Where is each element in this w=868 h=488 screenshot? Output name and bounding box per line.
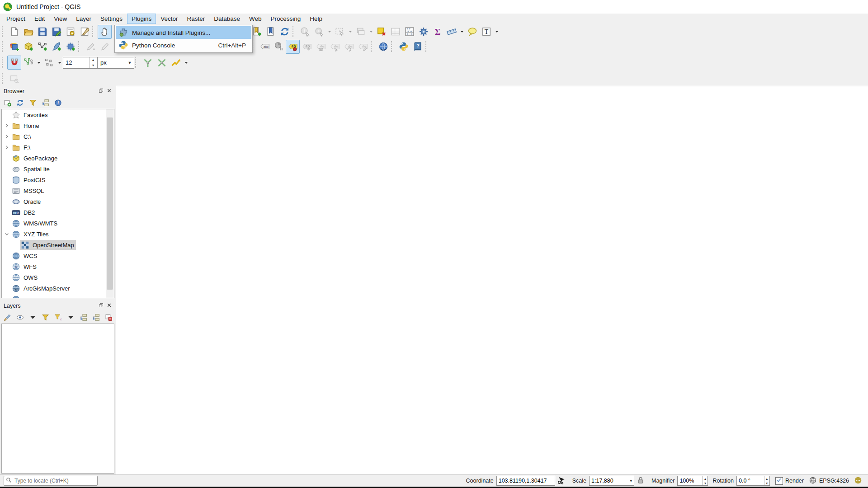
dropdown-arrow-button[interactable] [35, 56, 42, 70]
browser-item-xyz-tiles[interactable]: XYZ Tiles [2, 229, 106, 239]
rotate-label-button[interactable]: abc [342, 40, 356, 54]
map-tips-button[interactable] [465, 25, 479, 39]
save-project-as-button[interactable] [49, 25, 63, 39]
menu-help[interactable]: Help [305, 14, 327, 24]
chevron-down-icon[interactable] [3, 230, 11, 238]
show-hide-labels-button[interactable]: abc [314, 40, 328, 54]
browser-item-wcs[interactable]: WCS [2, 250, 106, 261]
toolbar-grip[interactable] [2, 57, 5, 68]
browser-item-geopackage[interactable]: GeoPackage [2, 153, 106, 164]
toolbar-grip[interactable] [371, 41, 374, 52]
toolbar-grip[interactable] [2, 73, 5, 84]
spinner-arrows[interactable]: ▲▼ [89, 57, 97, 68]
menu-settings[interactable]: Settings [96, 14, 127, 24]
plugins-menu-item-1[interactable]: Python ConsoleCtrl+Alt+P [116, 39, 251, 52]
python-console-button[interactable] [396, 40, 410, 54]
snapping-type-button[interactable] [42, 56, 56, 70]
add-selected-layers-button[interactable] [2, 97, 13, 108]
toolbar-grip[interactable] [425, 41, 429, 52]
menu-layer[interactable]: Layer [71, 14, 96, 24]
new-spatialite-layer-button[interactable] [49, 40, 63, 54]
collapse-all-layers-button[interactable] [90, 312, 102, 323]
identify-features-button[interactable]: i [298, 25, 312, 39]
browser-item-wms-wmts[interactable]: WMS/WMTS [2, 218, 106, 229]
toolbar-grip[interactable] [252, 41, 256, 52]
close-button[interactable] [847, 0, 868, 14]
scale-lock-button[interactable] [636, 476, 645, 485]
new-geopackage-layer-button[interactable] [21, 40, 35, 54]
select-features-by-value-button[interactable] [354, 25, 368, 39]
rotation-input[interactable] [737, 478, 764, 484]
render-checkbox[interactable] [775, 477, 783, 485]
select-features-button[interactable] [333, 25, 347, 39]
snapping-toggle-button[interactable] [7, 56, 21, 70]
dropdown-arrow-button[interactable] [368, 25, 374, 39]
menu-processing[interactable]: Processing [266, 14, 306, 24]
filter-browser-button[interactable] [27, 97, 38, 108]
refresh-button[interactable] [14, 97, 26, 108]
scroll-up-button[interactable] [106, 109, 113, 117]
browser-item-ows[interactable]: OWS [2, 272, 106, 283]
dropdown-arrow-button[interactable] [27, 312, 38, 323]
filter-legend-expression-button[interactable]: ε [52, 312, 64, 323]
toolbar-grip[interactable] [391, 41, 395, 52]
snap-on-intersection-button[interactable] [155, 56, 169, 70]
browser-item-arcgismapserver[interactable]: ArcGisMapServer [2, 283, 106, 294]
metasearch-button[interactable] [376, 40, 390, 54]
rotation-spinbox[interactable]: ▲▼ [736, 476, 770, 486]
expand-all-button[interactable] [78, 312, 89, 323]
toolbar-grip[interactable] [2, 41, 5, 52]
crs-status-button[interactable] [808, 476, 817, 485]
browser-item-db2[interactable]: DB2DB2 [2, 207, 106, 218]
coordinate-input[interactable] [497, 478, 555, 484]
scale-combobox[interactable]: ▾ [589, 476, 634, 486]
open-layer-styling-button[interactable] [2, 312, 13, 323]
chevron-right-icon[interactable] [3, 122, 11, 130]
snapping-units-combobox[interactable]: px▼ [97, 57, 134, 69]
magnifier-input[interactable] [678, 478, 702, 484]
toolbar-grip[interactable] [292, 26, 296, 37]
browser-item-postgis[interactable]: PostGIS [2, 174, 106, 185]
topological-editing-button[interactable] [141, 56, 155, 70]
chevron-right-icon[interactable] [3, 143, 11, 151]
scroll-down-button[interactable] [106, 290, 113, 298]
dropdown-arrow-button[interactable] [347, 25, 354, 39]
menu-database[interactable]: Database [209, 14, 245, 24]
menu-project[interactable]: Project [2, 14, 30, 24]
help-contents-button[interactable]: ? [410, 40, 425, 54]
dropdown-arrow-button[interactable] [493, 25, 500, 39]
dropdown-arrow-button[interactable] [326, 25, 333, 39]
browser-close-button[interactable] [105, 87, 113, 95]
toolbar-grip[interactable] [92, 26, 96, 37]
browser-item-f[interactable]: F:\ [2, 142, 106, 153]
magnifier-spinbox[interactable]: ▲▼ [677, 476, 708, 486]
field-calculator-button[interactable] [402, 25, 416, 39]
show-layout-manager-button[interactable] [77, 25, 91, 39]
measure-line-button[interactable] [444, 25, 458, 39]
scale-input[interactable] [590, 478, 628, 484]
menu-raster[interactable]: Raster [182, 14, 209, 24]
new-print-layout-button[interactable] [63, 25, 77, 39]
layer-diagram-button[interactable] [272, 40, 286, 54]
layers-float-button[interactable] [97, 302, 105, 310]
pin-labels-button[interactable]: ab [300, 40, 314, 54]
menu-edit[interactable]: Edit [30, 14, 49, 24]
browser-float-button[interactable] [97, 87, 105, 95]
current-edits-button[interactable] [84, 40, 98, 54]
enable-tracing-button[interactable] [169, 56, 183, 70]
new-project-button[interactable] [7, 25, 21, 39]
toolbar-grip[interactable] [78, 41, 82, 52]
layer-labeling-button[interactable]: abc [258, 40, 272, 54]
text-annotation-button[interactable]: T [479, 25, 493, 39]
toolbar-grip[interactable] [2, 26, 5, 37]
select-by-area-button[interactable] [7, 72, 21, 86]
dropdown-arrow-button[interactable] [65, 312, 76, 323]
menu-web[interactable]: Web [245, 14, 266, 24]
filter-legend-button[interactable] [40, 312, 51, 323]
label-highlight-button[interactable]: ab [286, 40, 300, 54]
browser-scrollbar[interactable] [106, 109, 114, 298]
collapse-all-button[interactable] [40, 97, 51, 108]
dropdown-arrow-button[interactable] [56, 56, 63, 70]
chevron-right-icon[interactable] [3, 132, 11, 141]
run-feature-action-button[interactable] [312, 25, 326, 39]
